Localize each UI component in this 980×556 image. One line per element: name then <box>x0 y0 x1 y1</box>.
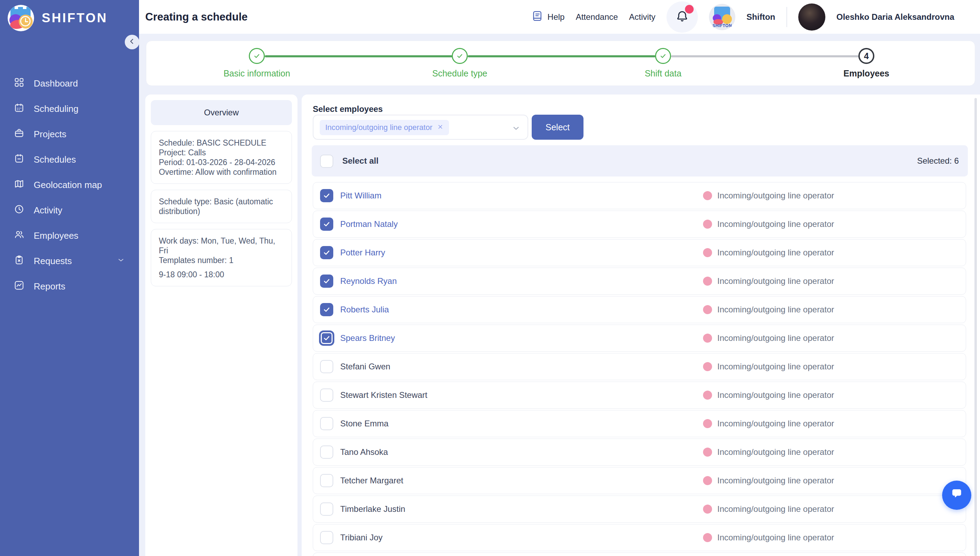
employee-name[interactable]: Stewart Kristen Stewart <box>340 390 428 400</box>
role-label: Incoming/outgoing line operator <box>717 504 834 514</box>
remove-tag-icon[interactable] <box>437 123 444 132</box>
employee-checkbox[interactable] <box>320 531 333 544</box>
employee-name[interactable]: Tano Ahsoka <box>340 447 388 457</box>
role-label: Incoming/outgoing line operator <box>717 390 834 400</box>
help-link[interactable]: Help <box>531 10 564 24</box>
employee-role: Incoming/outgoing line operator <box>703 333 834 343</box>
employee-name[interactable]: Reynolds Ryan <box>340 276 397 286</box>
users-icon <box>14 230 24 242</box>
employee-row: Stefani Gwen Incoming/outgoing line oper… <box>313 353 966 380</box>
role-dot-icon <box>703 305 712 314</box>
employee-checkbox[interactable] <box>320 189 333 202</box>
employee-role: Incoming/outgoing line operator <box>703 419 834 428</box>
role-label: Incoming/outgoing line operator <box>717 305 834 315</box>
employee-checkbox[interactable] <box>320 388 333 402</box>
sidebar-item-activity[interactable]: Activity <box>0 198 139 223</box>
employee-row: Portman Nataly Incoming/outgoing line op… <box>313 210 966 238</box>
sidebar-collapse-button[interactable] <box>125 35 139 49</box>
sidebar-item-dashboard[interactable]: Dashboard <box>0 71 139 96</box>
employee-row: Timberlake Justin Incoming/outgoing line… <box>313 496 966 523</box>
employee-checkbox[interactable] <box>320 275 333 288</box>
check-icon <box>323 277 331 285</box>
select-all-checkbox[interactable] <box>320 155 333 168</box>
vertical-scrollbar[interactable] <box>974 98 977 556</box>
employee-role: Incoming/outgoing line operator <box>703 533 834 543</box>
sidebar-item-requests[interactable]: Requests <box>0 249 139 274</box>
sidebar: SHIFTON Dashboard Scheduling Projects Sc… <box>0 0 139 556</box>
chat-widget-button[interactable] <box>942 481 971 510</box>
employee-role: Incoming/outgoing line operator <box>703 476 834 485</box>
employee-checkbox[interactable] <box>320 360 333 373</box>
sidebar-item-geolocation-map[interactable]: Geolocation map <box>0 172 139 198</box>
role-label: Incoming/outgoing line operator <box>717 219 834 229</box>
employee-name[interactable]: Potter Harry <box>340 248 385 257</box>
employee-name[interactable]: Timberlake Justin <box>340 504 405 514</box>
employee-name[interactable]: Tetcher Margaret <box>340 476 403 485</box>
sidebar-item-scheduling[interactable]: Scheduling <box>0 96 139 121</box>
brand-name: SHIFTON <box>42 11 108 25</box>
clock-icon <box>14 204 24 217</box>
clipboard-x-icon <box>14 255 24 268</box>
employee-role: Incoming/outgoing line operator <box>703 390 834 400</box>
role-filter-tag: Incoming/outgoing line operator <box>320 120 449 135</box>
employee-checkbox[interactable] <box>320 246 333 259</box>
employee-checkbox[interactable] <box>320 474 333 487</box>
employee-row: Roberts Julia Incoming/outgoing line ope… <box>313 296 966 323</box>
notification-badge <box>685 5 694 13</box>
role-filter-select[interactable]: Incoming/outgoing line operator <box>313 115 528 140</box>
employee-name[interactable]: Stone Emma <box>340 419 389 428</box>
header-divider <box>786 7 787 27</box>
step-employees[interactable]: 4 Employees <box>811 48 922 79</box>
page-title: Creating a schedule <box>145 11 248 23</box>
overview-card-workdays: Work days: Mon, Tue, Wed, Thu, Fri Templ… <box>151 229 292 286</box>
employee-checkbox[interactable] <box>320 446 333 459</box>
sidebar-item-projects[interactable]: Projects <box>0 121 139 147</box>
overview-schedule-type: Schedule type: Basic (automatic distribu… <box>159 197 284 216</box>
user-avatar[interactable] <box>798 3 825 31</box>
step-number-icon: 4 <box>858 48 874 64</box>
attendance-link[interactable]: Attendance <box>576 12 618 22</box>
employee-role: Incoming/outgoing line operator <box>703 447 834 457</box>
employee-checkbox[interactable] <box>320 218 333 231</box>
employee-role: Incoming/outgoing line operator <box>703 248 834 257</box>
employee-checkbox[interactable] <box>320 417 333 430</box>
notifications-button[interactable] <box>667 2 698 33</box>
employee-name[interactable]: Stefani Gwen <box>340 362 390 372</box>
step-done-icon <box>249 48 265 64</box>
check-icon <box>323 220 331 228</box>
chart-icon <box>14 280 24 293</box>
employee-name[interactable]: Tribiani Joy <box>340 533 383 543</box>
check-icon <box>323 334 331 342</box>
employee-name[interactable]: Pitt William <box>340 191 381 200</box>
role-dot-icon <box>703 191 712 200</box>
header-right: Help Attendance Activity SHIFTON Shifton… <box>531 0 954 34</box>
sidebar-item-label: Requests <box>34 256 72 267</box>
employee-row: Tano Ahsoka Incoming/outgoing line opera… <box>313 438 966 465</box>
stepper: Basic information Schedule type Shift da… <box>146 40 975 86</box>
activity-link[interactable]: Activity <box>629 12 655 22</box>
select-button[interactable]: Select <box>532 115 583 140</box>
chevron-left-icon <box>128 37 136 47</box>
calendar-check-icon <box>14 153 24 166</box>
sidebar-item-employees[interactable]: Employees <box>0 223 139 249</box>
employee-checkbox[interactable] <box>320 503 333 516</box>
sidebar-item-schedules[interactable]: Schedules <box>0 147 139 172</box>
select-employees-title: Select employees <box>313 104 383 114</box>
overview-schedule: Schedule: BASIC SCHEDULE <box>159 138 284 148</box>
company-avatar[interactable]: SHIFTON <box>709 4 735 30</box>
role-label: Incoming/outgoing line operator <box>717 333 834 343</box>
overview-card-basic: Schedule: BASIC SCHEDULE Project: Calls … <box>151 131 292 184</box>
employee-row: Stone Emma Incoming/outgoing line operat… <box>313 410 966 437</box>
step-basic-information[interactable]: Basic information <box>201 48 312 79</box>
employee-checkbox[interactable] <box>320 331 333 345</box>
chevron-down-icon[interactable] <box>512 124 521 134</box>
step-shift-data[interactable]: Shift data <box>607 48 718 79</box>
employee-checkbox[interactable] <box>320 303 333 316</box>
employee-name[interactable]: Portman Nataly <box>340 219 397 229</box>
employee-name[interactable]: Roberts Julia <box>340 305 389 315</box>
step-schedule-type[interactable]: Schedule type <box>404 48 515 79</box>
step-label: Shift data <box>645 68 681 79</box>
calendar-icon <box>14 102 24 115</box>
sidebar-item-reports[interactable]: Reports <box>0 274 139 299</box>
employee-name[interactable]: Spears Britney <box>340 333 395 343</box>
